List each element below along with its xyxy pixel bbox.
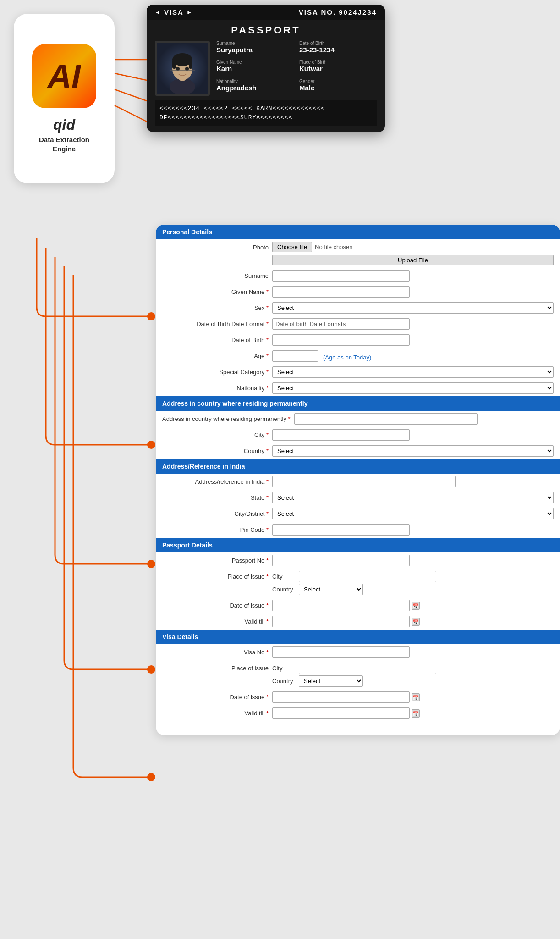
passport-valid-till-input[interactable] <box>272 616 410 627</box>
special-category-control: Select <box>272 366 554 378</box>
country-select[interactable]: Select <box>272 445 554 457</box>
visa-details-header: Visa Details <box>156 630 560 644</box>
calendar-icon-visa-issue[interactable]: 📅 <box>412 693 420 701</box>
state-label: State * <box>162 492 272 501</box>
svg-rect-6 <box>189 60 192 69</box>
dob-label: Date of Birth * <box>162 334 272 343</box>
calendar-icon-passport-issue[interactable]: 📅 <box>412 602 420 610</box>
visa-place-issue-control: City Country Select <box>272 663 554 687</box>
passport-no-label: Passport No * <box>162 555 272 564</box>
svg-point-15 <box>147 441 155 449</box>
given-name-row: Given Name * <box>156 284 560 300</box>
ai-text: AI <box>48 60 81 93</box>
special-category-select[interactable]: Select <box>272 366 554 378</box>
sex-select[interactable]: Select Male Female Other <box>272 302 554 314</box>
address-perm-label: Address in country where residing perman… <box>162 413 294 422</box>
svg-line-12 <box>115 89 147 101</box>
sex-row: Sex * Select Male Female Other <box>156 300 560 316</box>
age-input[interactable] <box>272 350 318 362</box>
city-district-row: City/District * Select <box>156 506 560 522</box>
surname-input[interactable] <box>272 270 410 282</box>
visa-city-input[interactable] <box>299 663 436 674</box>
passport-mrz: <<<<<<<234 <<<<<2 <<<<< KARN<<<<<<<<<<<<… <box>155 100 377 126</box>
top-section: AI qid Data ExtractionEngine VISA VISA N… <box>0 0 560 211</box>
lower-section: Personal Details Photo Choose file No fi… <box>0 211 560 939</box>
country-label: Country * <box>162 445 272 454</box>
passport-photo <box>155 41 210 96</box>
calendar-icon-visa-valid[interactable]: 📅 <box>412 709 420 718</box>
no-file-text: No file chosen <box>315 243 352 250</box>
age-label: Age * <box>162 350 272 359</box>
address-india-input[interactable] <box>272 476 456 487</box>
visa-place-issue-label: Place of issue <box>162 663 272 672</box>
svg-line-11 <box>115 73 147 80</box>
city-district-select[interactable]: Select <box>272 508 554 519</box>
surname-control <box>272 270 554 282</box>
pin-code-input[interactable] <box>272 524 410 536</box>
address-permanent-header: Address in country where residing perman… <box>156 396 560 411</box>
visa-no-label: Visa No * <box>162 646 272 656</box>
passport-date-issue-label: Date of issue * <box>162 600 272 609</box>
dob-row: Date of Birth * <box>156 332 560 348</box>
dob-format-row: Date of Birth Date Format * Date of birt… <box>156 316 560 332</box>
address-india-header: Address/Reference in India <box>156 459 560 474</box>
svg-point-17 <box>147 665 155 674</box>
sex-control: Select Male Female Other <box>272 302 554 314</box>
visa-date-issue-control: 📅 <box>272 691 554 703</box>
visa-no-control <box>272 646 554 658</box>
calendar-icon-passport-valid[interactable]: 📅 <box>412 618 420 626</box>
svg-point-14 <box>147 312 155 320</box>
visa-date-issue-input[interactable] <box>272 691 410 703</box>
passport-fields: Surname Suryaputra Date of Birth 23-23-1… <box>216 41 377 96</box>
passport-city-input[interactable] <box>299 571 436 582</box>
passport-date-issue-control: 📅 <box>272 600 554 611</box>
city-label: City * <box>162 429 272 438</box>
visa-no-input[interactable] <box>272 646 410 658</box>
state-select[interactable]: Select <box>272 492 554 503</box>
address-perm-control <box>294 413 554 425</box>
visa-valid-till-input[interactable] <box>272 707 410 719</box>
city-sublabel: City <box>272 573 295 580</box>
pin-code-row: Pin Code * <box>156 522 560 538</box>
photo-control: Choose file No file chosen Upload File <box>272 242 554 265</box>
passport-date-issue-input[interactable] <box>272 600 410 611</box>
ai-logo-box: AI qid Data ExtractionEngine <box>14 14 115 183</box>
given-name-control <box>272 286 554 298</box>
state-control: Select <box>272 492 554 503</box>
passport-no-input[interactable] <box>272 555 410 566</box>
city-row: City * <box>156 427 560 443</box>
passport-country-select[interactable]: Select <box>299 584 363 595</box>
choose-file-button[interactable]: Choose file <box>272 242 312 252</box>
city-input[interactable] <box>272 429 410 441</box>
sex-label: Sex * <box>162 302 272 311</box>
dob-control <box>272 334 554 346</box>
dob-input[interactable] <box>272 334 410 346</box>
city-district-label: City/District * <box>162 508 272 517</box>
visa-valid-till-control: 📅 <box>272 707 554 719</box>
state-row: State * Select <box>156 490 560 506</box>
visa-country-select[interactable]: Select <box>299 675 363 687</box>
nationality-select[interactable]: Select <box>272 382 554 394</box>
ai-icon: AI <box>32 44 96 108</box>
visa-valid-till-label: Valid till * <box>162 707 272 717</box>
passport-details-header: Passport Details <box>156 538 560 552</box>
personal-details-header: Personal Details <box>156 225 560 239</box>
address-perm-input[interactable] <box>294 413 478 425</box>
address-india-control <box>272 476 554 487</box>
passport-no-row: Passport No * <box>156 552 560 569</box>
given-name-label: Given Name * <box>162 286 272 295</box>
passport-title: PASSPORT <box>155 24 377 36</box>
pin-code-control <box>272 524 554 536</box>
svg-rect-9 <box>170 70 195 71</box>
brand-subtitle: Data ExtractionEngine <box>39 135 89 153</box>
passport-date-issue-row: Date of issue * 📅 <box>156 597 560 613</box>
address-india-row: Address/reference in India * <box>156 474 560 490</box>
dob-format-display: Date of birth Date Formats <box>272 318 410 330</box>
city-control <box>272 429 554 441</box>
brand-name: qid <box>53 116 75 133</box>
given-name-input[interactable] <box>272 286 410 298</box>
address-perm-row: Address in country where residing perman… <box>156 411 560 427</box>
upload-file-button[interactable]: Upload File <box>272 255 554 265</box>
address-india-label: Address/reference in India * <box>162 476 272 485</box>
visa-place-issue-row: Place of issue City Country Select <box>156 660 560 689</box>
